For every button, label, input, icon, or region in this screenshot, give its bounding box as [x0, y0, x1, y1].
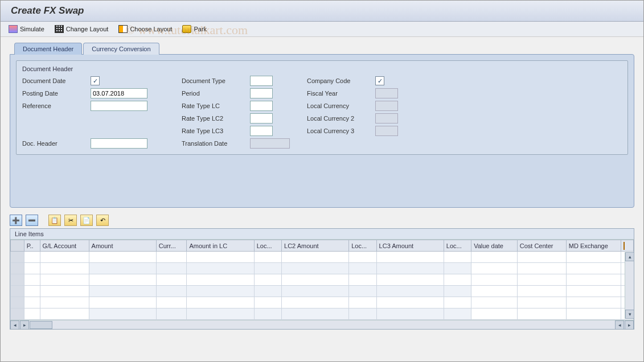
- simulate-icon: [9, 25, 18, 33]
- doc-header-input[interactable]: [91, 138, 147, 149]
- scroll-up-icon[interactable]: ▴: [625, 252, 634, 261]
- scroll-thumb-left[interactable]: [30, 321, 52, 329]
- col-loc1[interactable]: Loc...: [254, 240, 281, 252]
- grid-choose-icon: [118, 25, 128, 33]
- col-gl-account[interactable]: G/L Account: [40, 240, 89, 252]
- simulate-button[interactable]: Simulate: [9, 25, 44, 33]
- table-config-icon: [624, 242, 625, 250]
- col-cost-center[interactable]: Cost Center: [517, 240, 566, 252]
- main-toolbar: Simulate Change Layout Choose Layout Par…: [1, 22, 643, 37]
- table-row[interactable]: [11, 308, 634, 320]
- tab-document-header[interactable]: Document Header: [14, 43, 82, 55]
- table-row[interactable]: [11, 297, 634, 308]
- grid-btn-paste[interactable]: 📄: [80, 215, 93, 226]
- change-layout-label: Change Layout: [66, 26, 109, 32]
- doc-header-label: Doc. Header: [22, 140, 91, 147]
- posting-date-input[interactable]: [91, 88, 147, 98]
- rate-type-lc3-input[interactable]: [250, 126, 273, 136]
- table-row[interactable]: [11, 274, 634, 286]
- rate-type-lc-input[interactable]: [250, 101, 273, 111]
- col-lc2-amount[interactable]: LC2 Amount: [282, 240, 349, 252]
- col-p[interactable]: P..: [24, 240, 40, 252]
- rate-type-lc-label: Rate Type LC: [182, 102, 250, 109]
- table-header-row: P.. G/L Account Amount Curr... Amount in…: [11, 240, 634, 252]
- scroll-left-icon[interactable]: ◂: [10, 320, 19, 330]
- scroll-left2-icon[interactable]: ◂: [615, 320, 624, 330]
- content-area: Document Header Currency Conversion Docu…: [1, 37, 643, 335]
- fiscal-year-input: [375, 88, 398, 98]
- save-icon: [182, 25, 191, 33]
- table-row[interactable]: [11, 286, 634, 297]
- choose-layout-label: Choose Layout: [130, 26, 172, 32]
- company-code-check[interactable]: [375, 76, 384, 85]
- rate-type-lc3-label: Rate Type LC3: [182, 127, 250, 134]
- local-currency-input: [375, 101, 398, 111]
- col-select[interactable]: [11, 240, 24, 252]
- fiscal-year-label: Fiscal Year: [307, 90, 375, 97]
- fieldset-legend: Document Header: [22, 64, 622, 76]
- col-amount[interactable]: Amount: [89, 240, 156, 252]
- header-bar: Create FX Swap: [1, 1, 643, 22]
- grid-title: Line Items: [10, 229, 634, 240]
- col-loc3[interactable]: Loc...: [444, 240, 471, 252]
- grid-icon: [55, 25, 64, 33]
- scroll-right-icon[interactable]: ▸: [20, 320, 29, 330]
- col-lc3-amount[interactable]: LC3 Amount: [376, 240, 444, 252]
- scroll-right2-icon[interactable]: ▸: [625, 320, 634, 330]
- park-button[interactable]: Park: [182, 25, 207, 33]
- period-label: Period: [182, 90, 250, 97]
- document-type-label: Document Type: [182, 77, 250, 84]
- line-items-grid-wrap: Line Items P.. G/L Account Amount Curr..…: [10, 228, 634, 330]
- grid-toolbar: ➕ ➖ 📋 ✂ 📄 ↶: [10, 213, 634, 227]
- horizontal-scrollbar[interactable]: ◂ ▸ ◂ ▸: [10, 320, 634, 329]
- rate-type-lc2-label: Rate Type LC2: [182, 115, 250, 122]
- grid-btn-insert-row[interactable]: ➕: [10, 215, 22, 226]
- posting-date-label: Posting Date: [22, 90, 91, 97]
- local-currency-label: Local Currency: [307, 102, 375, 109]
- tab-panel: Document Header Document Date Document T…: [10, 54, 634, 208]
- choose-layout-button[interactable]: Choose Layout: [118, 25, 172, 33]
- park-label: Park: [194, 26, 207, 32]
- document-date-check[interactable]: [91, 76, 100, 85]
- scroll-down-icon[interactable]: ▾: [625, 310, 634, 319]
- reference-label: Reference: [22, 102, 91, 109]
- table-row[interactable]: [11, 252, 634, 263]
- local-currency2-label: Local Currency 2: [307, 115, 375, 122]
- grid-btn-delete-row[interactable]: ➖: [26, 215, 38, 226]
- col-amount-in-lc[interactable]: Amount in LC: [187, 240, 254, 252]
- col-loc2[interactable]: Loc...: [349, 240, 376, 252]
- change-layout-button[interactable]: Change Layout: [55, 25, 109, 33]
- vertical-scrollbar[interactable]: ▴ ▾: [625, 252, 634, 319]
- col-curr[interactable]: Curr...: [156, 240, 187, 252]
- document-date-label: Document Date: [22, 77, 91, 84]
- translation-date-label: Translation Date: [182, 140, 250, 147]
- simulate-label: Simulate: [20, 26, 44, 32]
- grid-table-wrap: P.. G/L Account Amount Curr... Amount in…: [10, 240, 634, 329]
- grid-btn-copy[interactable]: 📋: [48, 215, 61, 226]
- reference-input[interactable]: [91, 101, 147, 111]
- local-currency3-label: Local Currency 3: [307, 127, 375, 134]
- table-row[interactable]: [11, 263, 634, 274]
- local-currency2-input: [375, 113, 398, 124]
- document-header-fieldset: Document Header Document Date Document T…: [16, 60, 628, 155]
- translation-date-input: [250, 138, 290, 149]
- col-config[interactable]: [621, 240, 634, 252]
- company-code-label: Company Code: [307, 77, 375, 84]
- line-items-table: P.. G/L Account Amount Curr... Amount in…: [10, 240, 634, 320]
- col-value-date[interactable]: Value date: [471, 240, 518, 252]
- grid-btn-undo[interactable]: ↶: [96, 215, 109, 226]
- col-md-exchange[interactable]: MD Exchange: [566, 240, 621, 252]
- tab-currency-conversion[interactable]: Currency Conversion: [83, 43, 159, 55]
- page-title: Create FX Swap: [11, 5, 633, 17]
- period-input[interactable]: [250, 88, 273, 98]
- document-type-input[interactable]: [250, 76, 273, 86]
- form-grid: Document Date Document Type Company Code…: [22, 76, 622, 149]
- grid-btn-cut[interactable]: ✂: [64, 215, 77, 226]
- tab-strip: Document Header Currency Conversion: [14, 43, 634, 55]
- local-currency3-input: [375, 126, 398, 136]
- rate-type-lc2-input[interactable]: [250, 113, 273, 124]
